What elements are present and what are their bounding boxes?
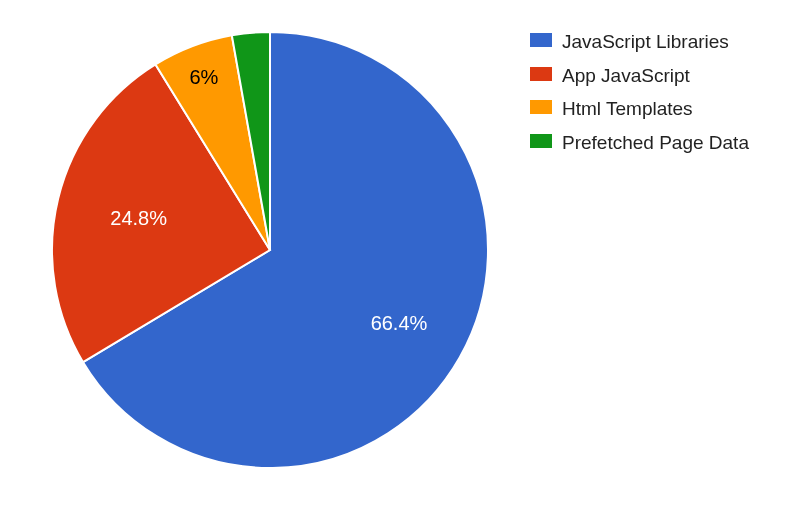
legend-item: App JavaScript — [530, 62, 749, 90]
pie-chart: 66.4%24.8%6% — [40, 20, 500, 480]
legend-swatch — [530, 100, 552, 114]
legend-swatch — [530, 33, 552, 47]
legend-item: Prefetched Page Data — [530, 129, 749, 157]
legend-label: App JavaScript — [562, 62, 690, 90]
slice-label: 24.8% — [110, 207, 167, 230]
legend-swatch — [530, 67, 552, 81]
slice-label: 6% — [190, 65, 219, 88]
legend-label: Html Templates — [562, 95, 693, 123]
legend-swatch — [530, 134, 552, 148]
slice-label: 66.4% — [371, 312, 428, 335]
legend-item: JavaScript Libraries — [530, 28, 749, 56]
legend-label: JavaScript Libraries — [562, 28, 729, 56]
legend-label: Prefetched Page Data — [562, 129, 749, 157]
chart-legend: JavaScript LibrariesApp JavaScriptHtml T… — [530, 28, 749, 162]
legend-item: Html Templates — [530, 95, 749, 123]
